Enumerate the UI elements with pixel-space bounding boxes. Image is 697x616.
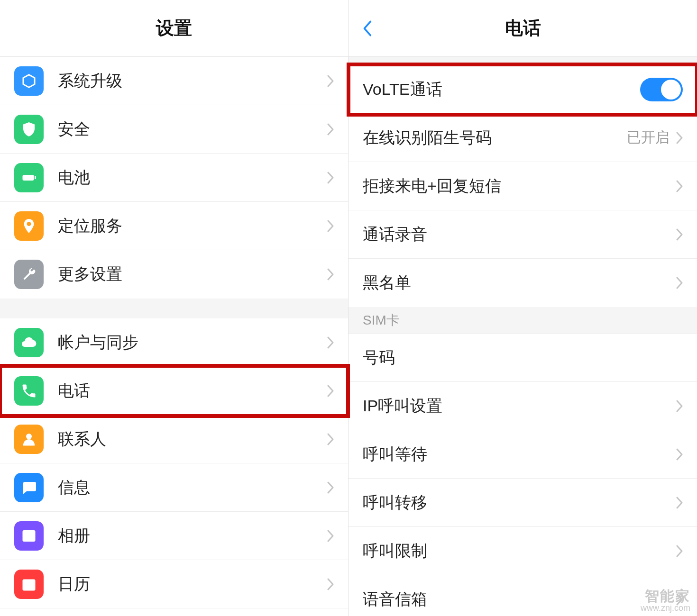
row-value: 已开启 <box>627 128 669 147</box>
phone-settings-screen: 电话 VoLTE通话在线识别陌生号码已开启拒接来电+回复短信通话录音黑名单SIM… <box>348 0 697 616</box>
row-label: 号码 <box>363 347 683 369</box>
row-label: 系统升级 <box>58 70 327 92</box>
phone-row-call-limit[interactable]: 呼叫限制 <box>348 527 697 575</box>
chevron-right-icon <box>676 400 683 412</box>
settings-row-location[interactable]: 定位服务 <box>0 202 348 250</box>
row-label: 拒接来电+回复短信 <box>363 175 676 197</box>
settings-row-vivoice[interactable]: vivoice <box>0 608 348 616</box>
chevron-right-icon <box>676 180 683 192</box>
svg-rect-1 <box>35 176 36 179</box>
row-label: 通话录音 <box>363 224 676 245</box>
shield-icon <box>14 115 44 144</box>
settings-screen: 设置 系统升级安全电池定位服务更多设置帐户与同步电话联系人信息相册日历vivoi… <box>0 0 348 616</box>
chevron-right-icon <box>327 336 334 349</box>
watermark-line2: www.znj.com <box>641 604 690 613</box>
chevron-right-icon <box>327 578 334 590</box>
chevron-right-icon <box>327 385 334 397</box>
chevron-right-icon <box>676 132 683 144</box>
group-spacer <box>348 57 697 65</box>
settings-title: 设置 <box>156 16 192 40</box>
chevron-right-icon <box>327 220 334 232</box>
calendar-icon <box>14 570 44 599</box>
row-label: 安全 <box>58 118 327 140</box>
row-label: 帐户与同步 <box>58 332 327 353</box>
chevron-right-icon <box>327 123 334 136</box>
phone-settings-body: VoLTE通话在线识别陌生号码已开启拒接来电+回复短信通话录音黑名单SIM卡号码… <box>348 57 697 616</box>
svg-rect-8 <box>32 583 34 586</box>
settings-body: 系统升级安全电池定位服务更多设置帐户与同步电话联系人信息相册日历vivoice <box>0 57 348 616</box>
phone-row-online-id[interactable]: 在线识别陌生号码已开启 <box>348 114 697 162</box>
settings-row-contacts[interactable]: 联系人 <box>0 415 348 463</box>
phone-row-call-wait[interactable]: 呼叫等待 <box>348 430 697 479</box>
back-chevron-icon <box>362 19 372 38</box>
row-label: 在线识别陌生号码 <box>363 127 627 149</box>
watermark: 智能家 www.znj.com <box>641 588 690 613</box>
svg-rect-0 <box>23 175 34 181</box>
row-label: 语音信箱 <box>363 589 676 610</box>
row-label: 信息 <box>58 477 327 498</box>
phone-row-call-fwd[interactable]: 呼叫转移 <box>348 479 697 527</box>
chevron-right-icon <box>676 545 683 557</box>
settings-row-account-sync[interactable]: 帐户与同步 <box>0 318 348 367</box>
svg-rect-7 <box>28 583 31 586</box>
svg-rect-3 <box>23 530 36 542</box>
phone-title: 电话 <box>505 16 541 40</box>
chevron-right-icon <box>327 530 334 542</box>
section-header: SIM卡 <box>348 307 697 334</box>
toggle-switch[interactable] <box>640 78 683 101</box>
chevron-right-icon <box>327 481 334 494</box>
svg-point-2 <box>26 434 32 439</box>
chevron-right-icon <box>676 277 683 289</box>
phone-row-volte[interactable]: VoLTE通话 <box>348 65 697 114</box>
chevron-right-icon <box>327 172 334 184</box>
phone-row-blacklist[interactable]: 黑名单 <box>348 259 697 307</box>
settings-row-security[interactable]: 安全 <box>0 105 348 154</box>
battery-icon <box>14 163 44 192</box>
phone-row-call-record[interactable]: 通话录音 <box>348 210 697 259</box>
pin-icon <box>14 211 44 241</box>
gallery-icon <box>14 521 44 551</box>
row-label: 呼叫限制 <box>363 540 676 562</box>
settings-row-calendar[interactable]: 日历 <box>0 560 348 608</box>
chat-icon <box>14 473 44 502</box>
chevron-right-icon <box>327 433 334 445</box>
settings-row-messages[interactable]: 信息 <box>0 463 348 512</box>
row-label: 更多设置 <box>58 263 327 285</box>
cloud-icon <box>14 328 44 357</box>
row-label: 呼叫等待 <box>363 444 676 465</box>
back-button[interactable] <box>362 0 372 56</box>
row-label: 日历 <box>58 573 327 595</box>
group-spacer <box>0 299 348 318</box>
toggle-knob <box>661 80 681 100</box>
row-label: 电池 <box>58 167 327 189</box>
settings-row-phone[interactable]: 电话 <box>0 367 348 415</box>
phone-row-reject-sms[interactable]: 拒接来电+回复短信 <box>348 162 697 210</box>
settings-row-gallery[interactable]: 相册 <box>0 512 348 560</box>
phone-icon <box>14 376 44 406</box>
phone-header: 电话 <box>348 0 697 57</box>
chevron-right-icon <box>327 268 334 281</box>
row-label: 呼叫转移 <box>363 492 676 514</box>
chevron-right-icon <box>327 75 334 87</box>
settings-row-battery[interactable]: 电池 <box>0 154 348 202</box>
row-label: 相册 <box>58 525 327 547</box>
settings-row-more[interactable]: 更多设置 <box>0 250 348 299</box>
cube-icon <box>14 66 44 96</box>
row-label: 电话 <box>58 380 327 402</box>
row-label: VoLTE通话 <box>363 79 640 100</box>
chevron-right-icon <box>676 228 683 241</box>
row-label: 定位服务 <box>58 215 327 237</box>
phone-row-number[interactable]: 号码 <box>348 334 697 382</box>
settings-header: 设置 <box>0 0 348 57</box>
watermark-line1: 智能家 <box>641 588 690 604</box>
svg-rect-6 <box>25 583 27 586</box>
wrench-icon <box>14 260 44 289</box>
row-label: 黑名单 <box>363 272 676 294</box>
row-label: 联系人 <box>58 428 327 450</box>
chevron-right-icon <box>676 497 683 509</box>
phone-row-ip-call[interactable]: IP呼叫设置 <box>348 382 697 430</box>
row-label: IP呼叫设置 <box>363 395 676 417</box>
settings-row-system-upgrade[interactable]: 系统升级 <box>0 57 348 105</box>
chevron-right-icon <box>676 448 683 461</box>
person-icon <box>14 425 44 454</box>
